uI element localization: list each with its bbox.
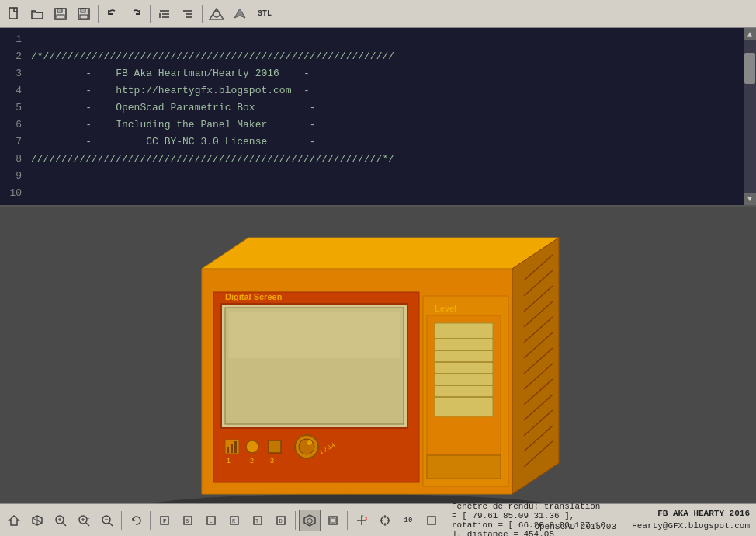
svg-marker-23 xyxy=(512,238,559,494)
orthographic-view-button[interactable] xyxy=(322,510,344,531)
view-top-button[interactable]: T xyxy=(247,510,269,531)
svg-rect-51 xyxy=(227,447,229,453)
svg-marker-93 xyxy=(304,515,315,526)
svg-text:Digital Screen: Digital Screen xyxy=(225,292,283,301)
svg-rect-96 xyxy=(331,518,335,523)
line-num: 7 xyxy=(5,134,22,151)
full-render-button[interactable] xyxy=(229,3,251,25)
openscad-version: OpenSCAD 2015.03 xyxy=(534,522,616,531)
scroll-down-arrow[interactable]: ▼ xyxy=(744,193,756,205)
svg-text:1: 1 xyxy=(227,457,231,465)
toolbar-separator-1 xyxy=(98,5,99,23)
line-num: 4 xyxy=(5,82,22,99)
undo-button[interactable] xyxy=(102,3,123,25)
new-button[interactable] xyxy=(3,3,25,25)
line-num: 9 xyxy=(5,168,22,185)
svg-text:L: L xyxy=(210,518,213,524)
scroll-thumb[interactable] xyxy=(744,53,755,84)
bottom-toolbar: + F B xyxy=(0,510,446,531)
indent-button[interactable] xyxy=(154,3,175,25)
perspective-view-button[interactable] xyxy=(299,510,321,531)
line-num: 5 xyxy=(5,99,22,117)
3d-view-button[interactable] xyxy=(26,510,48,531)
code-line-3: - FB Aka Heartman/Hearty 2016 - xyxy=(31,65,737,82)
code-line-5: - OpenScad Parametric Box - xyxy=(31,99,737,117)
3d-model: Digital Screen Level xyxy=(78,222,582,502)
code-line-9 xyxy=(31,168,737,185)
svg-rect-106 xyxy=(428,517,435,524)
bottom-sep-1 xyxy=(121,511,122,530)
branding-line2: Hearty@GFX.blogspot.com xyxy=(622,520,750,532)
svg-text:B: B xyxy=(186,518,189,524)
line-num: 10 xyxy=(5,185,22,202)
svg-text:Level: Level xyxy=(435,304,456,313)
open-button[interactable] xyxy=(26,3,48,25)
bottom-sep-4 xyxy=(347,511,348,530)
svg-text:R: R xyxy=(232,518,236,524)
save-button[interactable] xyxy=(50,3,71,25)
svg-text:3: 3 xyxy=(270,457,274,465)
line-num: 1 xyxy=(5,31,22,48)
bottom-sep-3 xyxy=(295,511,296,530)
svg-line-70 xyxy=(63,523,66,526)
line-num: 2 xyxy=(5,48,22,65)
line-num: 6 xyxy=(5,117,22,134)
preview-render-button[interactable] xyxy=(206,3,227,25)
reset-rotation-button[interactable] xyxy=(125,510,147,531)
statusbar: + F B xyxy=(0,503,756,536)
line-num: 3 xyxy=(5,65,22,82)
scroll-up-arrow[interactable]: ▲ xyxy=(744,28,756,40)
redo-button[interactable] xyxy=(125,3,147,25)
svg-rect-55 xyxy=(269,440,281,453)
svg-point-17 xyxy=(132,494,567,503)
svg-rect-53 xyxy=(234,441,237,453)
svg-marker-14 xyxy=(210,9,224,19)
svg-text:T: T xyxy=(255,518,258,524)
svg-text:+: + xyxy=(86,515,90,522)
svg-text:+: + xyxy=(86,9,89,16)
view-bottom-button[interactable]: D xyxy=(270,510,292,531)
show-crosshair-button[interactable] xyxy=(374,510,396,531)
status-text: Fenêtre de rendu: translation = [ 79.61 … xyxy=(446,502,616,537)
svg-text:F: F xyxy=(163,518,166,524)
code-line-10 xyxy=(31,185,737,202)
render-10-label: 10 xyxy=(404,517,413,524)
home-view-button[interactable] xyxy=(3,510,25,531)
code-line-2: /*//////////////////////////////////////… xyxy=(31,48,737,65)
save-as-button[interactable]: + xyxy=(73,3,95,25)
svg-marker-16 xyxy=(234,9,245,18)
view-left-button[interactable]: L xyxy=(200,510,222,531)
svg-rect-3 xyxy=(57,15,64,19)
unindent-button[interactable] xyxy=(177,3,199,25)
main-toolbar: + xyxy=(0,0,756,28)
3d-viewport[interactable]: Digital Screen Level xyxy=(0,207,756,503)
toolbar-separator-3 xyxy=(202,5,203,23)
view-front-button[interactable]: F xyxy=(154,510,175,531)
zoom-in-button[interactable]: + xyxy=(73,510,95,531)
svg-point-54 xyxy=(246,440,258,453)
editor-scrollbar[interactable]: ▲ ▼ xyxy=(744,28,756,205)
zoom-fit-button[interactable] xyxy=(50,510,71,531)
view-right-button[interactable]: R xyxy=(224,510,245,531)
branding-line1: FB AKA HEARTY 2016 xyxy=(622,508,750,520)
show-axes-button[interactable]: x y xyxy=(351,510,373,531)
view-back-button[interactable]: B xyxy=(177,510,199,531)
wireframe-button[interactable] xyxy=(421,510,442,531)
code-line-7: - CC BY-NC 3.0 License - xyxy=(31,134,737,151)
branding-area: FB AKA HEARTY 2016 Hearty@GFX.blogspot.c… xyxy=(616,506,756,534)
code-editor: 1 2 3 4 5 6 7 8 9 10 /*/////////////////… xyxy=(0,28,756,207)
svg-line-74 xyxy=(86,523,89,526)
svg-rect-43 xyxy=(435,323,493,416)
code-line-1 xyxy=(31,31,737,48)
stl-export-button[interactable]: STL xyxy=(252,3,277,25)
code-text[interactable]: /*//////////////////////////////////////… xyxy=(25,28,744,205)
line-num: 8 xyxy=(5,151,22,168)
code-line-4: - http://heartygfx.blogspot.com - xyxy=(31,82,737,99)
svg-line-79 xyxy=(109,523,113,526)
svg-rect-63 xyxy=(427,455,501,479)
render-10-button[interactable]: 10 xyxy=(397,510,419,531)
zoom-out-button[interactable] xyxy=(96,510,118,531)
bottom-sep-2 xyxy=(150,511,151,530)
code-line-6: - Including the Panel Maker - xyxy=(31,117,737,134)
svg-text:x: x xyxy=(365,516,368,521)
